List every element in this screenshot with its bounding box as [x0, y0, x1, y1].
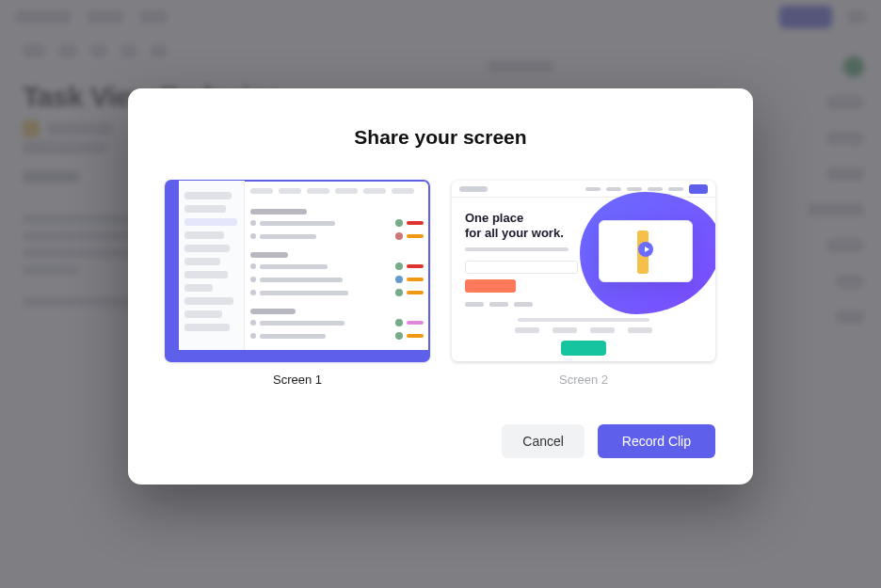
share-screen-modal: Share your screen [128, 88, 753, 485]
modal-title: Share your screen [166, 126, 715, 149]
screen-option-2[interactable]: One place for all your work. [452, 181, 715, 387]
screen-1-thumbnail [166, 181, 429, 361]
cancel-button[interactable]: Cancel [502, 424, 585, 458]
screen-2-headline-1: One place [465, 211, 523, 225]
screen-2-headline-2: for all your work. [465, 226, 564, 240]
modal-actions: Cancel Record Clip [166, 424, 715, 458]
screen-1-label: Screen 1 [273, 373, 322, 387]
play-icon [638, 242, 653, 257]
screen-option-1[interactable]: Screen 1 [166, 181, 429, 387]
screen-choice-list: Screen 1 One place for all your work. [166, 181, 715, 387]
screen-2-thumbnail: One place for all your work. [452, 181, 715, 361]
record-clip-button[interactable]: Record Clip [598, 424, 715, 458]
screen-2-label: Screen 2 [559, 373, 608, 387]
